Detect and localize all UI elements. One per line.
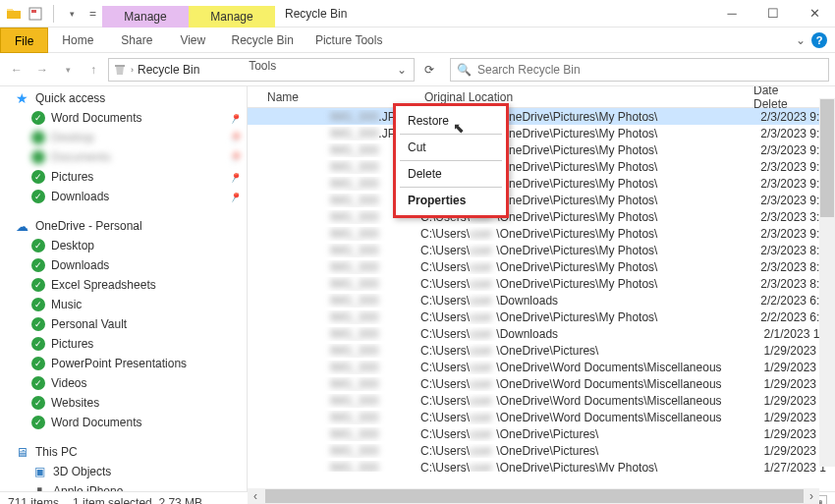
- ribbon-tab-share[interactable]: Share: [107, 28, 166, 53]
- nav-forward-button[interactable]: →: [31, 59, 53, 81]
- table-row[interactable]: IMG_000C:\Users\user\OneDrive\Pictures\M…: [248, 192, 835, 208]
- chevron-right-icon[interactable]: ›: [131, 65, 134, 75]
- pin-icon: 📍: [227, 169, 243, 185]
- sidebar-item[interactable]: ✓Desktop: [0, 236, 247, 255]
- search-icon: 🔍: [457, 63, 472, 77]
- ribbon-tab-view[interactable]: View: [166, 28, 219, 53]
- status-selection: 1 item selected 2.73 MB: [73, 496, 202, 504]
- table-row[interactable]: IMG_000C:\Users\user\OneDrive\Word Docum…: [248, 392, 835, 409]
- sidebar-item[interactable]: ✓Word Documents📍: [0, 108, 247, 128]
- synced-icon: ✓: [31, 150, 45, 164]
- sidebar-onedrive[interactable]: ☁ OneDrive - Personal: [0, 216, 247, 236]
- table-row[interactable]: IMG_000C:\Users\user\OneDrive\Pictures\M…: [248, 242, 835, 258]
- context-menu-properties[interactable]: Properties: [396, 190, 506, 211]
- sidebar-item[interactable]: ✓Downloads📍: [0, 187, 247, 206]
- sidebar-item[interactable]: ✓Desktop📍: [0, 128, 247, 147]
- qat-dropdown-icon[interactable]: ▾: [64, 6, 80, 22]
- table-row[interactable]: IMG_000C:\Users\user\OneDrive\Pictures\M…: [248, 208, 835, 225]
- sidebar-item[interactable]: ✓Documents📍: [0, 147, 247, 167]
- table-row[interactable]: IMG_000C:\Users\user\OneDrive\Pictures\1…: [248, 342, 835, 359]
- search-box[interactable]: 🔍: [450, 58, 829, 82]
- sidebar-item[interactable]: ✓Downloads: [0, 255, 247, 275]
- sidebar-item[interactable]: ✓Music: [0, 295, 247, 314]
- sidebar-item[interactable]: ✓Pictures: [0, 334, 247, 354]
- table-row[interactable]: IMG_000C:\Users\user\OneDrive\Word Docum…: [248, 409, 835, 425]
- sidebar-item[interactable]: ✓Pictures📍: [0, 167, 247, 187]
- address-location[interactable]: Recycle Bin: [138, 63, 199, 77]
- table-row[interactable]: IMG_000C:\Users\user\Downloads2/1/2023 1…: [248, 325, 835, 342]
- nav-back-button[interactable]: ←: [6, 59, 28, 81]
- table-row[interactable]: IMG_000C:\Users\user\OneDrive\Pictures\1…: [248, 442, 835, 459]
- help-icon[interactable]: ?: [811, 32, 827, 48]
- table-row[interactable]: IMG_000C:\Users\user\OneDrive\Pictures\M…: [248, 158, 835, 175]
- table-row[interactable]: IMG_000C:\Users\user\OneDrive\Pictures\M…: [248, 175, 835, 192]
- minimize-button[interactable]: ─: [711, 0, 752, 28]
- sidebar-this-pc[interactable]: 🖥 This PC: [0, 442, 247, 462]
- table-row[interactable]: IMG_000C:\Users\user\OneDrive\Word Docum…: [248, 359, 835, 375]
- maximize-button[interactable]: ☐: [752, 0, 794, 28]
- synced-icon: ✓: [31, 239, 45, 252]
- table-row[interactable]: IMG_000.JPGC:\Users\user\OneDrive\Pictur…: [248, 108, 835, 125]
- sidebar-item[interactable]: ✓Excel Spreadsheets: [0, 275, 247, 295]
- ribbon-tab-picture-tools[interactable]: Picture Tools: [306, 28, 392, 53]
- sidebar-item[interactable]: ✓Videos: [0, 373, 247, 393]
- close-button[interactable]: ✕: [794, 0, 835, 28]
- pc-icon: 🖥: [14, 444, 29, 460]
- table-row[interactable]: IMG_000C:\Users\user\OneDrive\Pictures\M…: [248, 308, 835, 325]
- star-icon: ★: [14, 90, 29, 106]
- column-header-date[interactable]: Date Delete: [753, 86, 812, 111]
- status-item-count: 711 items: [8, 496, 59, 504]
- table-row[interactable]: IMG_000C:\Users\user\OneDrive\Pictures\1…: [248, 425, 835, 442]
- sidebar-item[interactable]: ✓PowerPoint Presentations: [0, 354, 247, 373]
- scroll-left-icon[interactable]: ‹: [248, 488, 263, 504]
- pin-icon: 📍: [227, 110, 243, 126]
- vertical-scrollbar[interactable]: [819, 98, 835, 467]
- scroll-right-icon[interactable]: ›: [804, 488, 819, 504]
- pin-icon: 📍: [227, 130, 243, 145]
- recycle-bin-icon: [113, 63, 127, 77]
- table-row[interactable]: IMG_000C:\Users\user\OneDrive\Pictures\M…: [248, 459, 835, 472]
- pin-icon: 📍: [227, 149, 243, 165]
- table-row[interactable]: IMG_000C:\Users\user\OneDrive\Pictures\M…: [248, 258, 835, 275]
- column-header-name[interactable]: Name: [248, 90, 424, 104]
- column-header-location[interactable]: Original Location: [424, 90, 753, 104]
- context-menu: Restore Cut Delete Properties: [393, 103, 509, 218]
- context-tab-recycle[interactable]: Manage: [189, 6, 275, 28]
- nav-recent-dropdown[interactable]: ▾: [57, 59, 79, 81]
- context-tab-picture[interactable]: Manage: [102, 6, 189, 28]
- context-menu-restore[interactable]: Restore: [396, 110, 506, 132]
- ribbon-tab-home[interactable]: Home: [48, 28, 107, 53]
- horizontal-scrollbar[interactable]: ‹ ›: [248, 488, 819, 504]
- sidebar-quick-access[interactable]: ★ Quick access: [0, 88, 247, 108]
- table-row[interactable]: IMG_000C:\Users\user\OneDrive\Word Docum…: [248, 375, 835, 392]
- synced-icon: ✓: [31, 337, 45, 351]
- table-row[interactable]: IMG_000C:\Users\user\OneDrive\Pictures\M…: [248, 225, 835, 242]
- table-row[interactable]: IMG_000C:\Users\user\Downloads2/2/2023 6…: [248, 292, 835, 308]
- synced-icon: ✓: [31, 298, 45, 311]
- pin-icon: 📍: [227, 189, 243, 204]
- refresh-button[interactable]: ⟳: [418, 59, 440, 81]
- sidebar-item[interactable]: ✓Word Documents: [0, 413, 247, 432]
- ribbon-file[interactable]: File: [0, 28, 48, 53]
- sidebar-item[interactable]: ✓Personal Vault: [0, 314, 247, 334]
- synced-icon: ✓: [31, 278, 45, 292]
- sidebar-item[interactable]: ▣3D Objects: [0, 462, 247, 481]
- synced-icon: ✓: [31, 376, 45, 390]
- sidebar-item[interactable]: ▮Apple iPhone: [0, 481, 247, 491]
- synced-icon: ✓: [31, 357, 45, 370]
- ribbon-tab-recyclebin-tools[interactable]: Recycle Bin Tools: [219, 28, 306, 53]
- sidebar-item[interactable]: ✓Websites: [0, 393, 247, 413]
- table-row[interactable]: IMG_000C:\Users\user\OneDrive\Pictures\M…: [248, 141, 835, 158]
- search-input[interactable]: [477, 63, 822, 77]
- address-bar[interactable]: › Recycle Bin ⌄: [108, 58, 415, 82]
- context-menu-delete[interactable]: Delete: [396, 163, 506, 185]
- address-dropdown-icon[interactable]: ⌄: [394, 63, 410, 77]
- ribbon-chevron-icon[interactable]: ⌄: [796, 33, 806, 47]
- table-row[interactable]: IMG_000C:\Users\user\OneDrive\Pictures\M…: [248, 275, 835, 292]
- context-menu-cut[interactable]: Cut: [396, 137, 506, 158]
- properties-icon[interactable]: [28, 6, 43, 22]
- cube-icon: ▣: [31, 464, 47, 479]
- synced-icon: ✓: [31, 131, 45, 144]
- nav-up-button[interactable]: ↑: [83, 59, 104, 81]
- table-row[interactable]: IMG_000.JPGC:\Users\user\OneDrive\Pictur…: [248, 125, 835, 141]
